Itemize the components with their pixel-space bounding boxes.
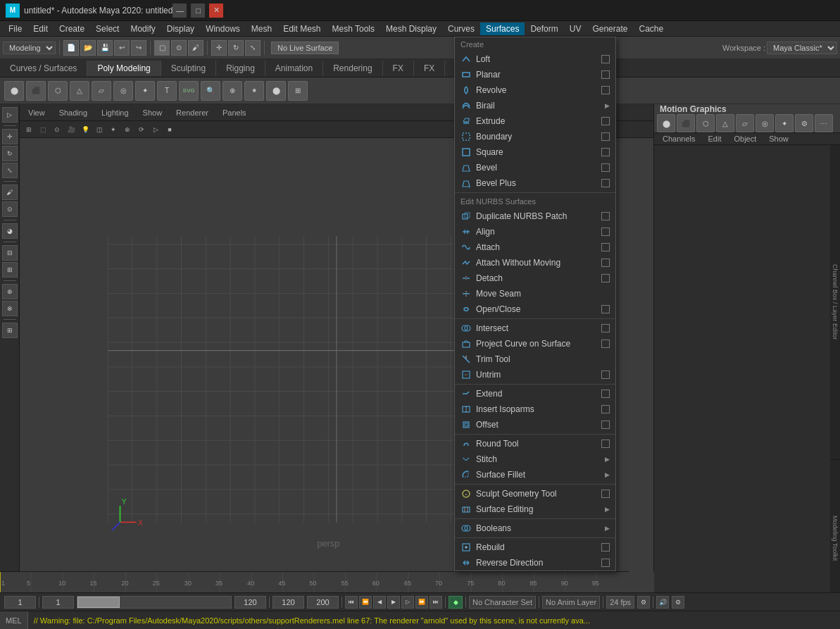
shelf-torus[interactable]: ◎ [113,81,133,101]
shelf-cylinder[interactable]: ⬡ [48,81,68,101]
menu-item-intersect[interactable]: Intersect [455,320,615,336]
play-btn[interactable]: ▶ [387,596,400,609]
shelf-cone[interactable]: △ [70,81,89,101]
bevel-checkbox[interactable] [601,163,610,172]
shelf-text[interactable]: T [157,81,177,101]
vp-menu-view[interactable]: View [24,107,49,118]
redo-btn[interactable]: ↪ [131,40,146,56]
attach-nomove-checkbox[interactable] [601,259,610,267]
menu-mesh[interactable]: Mesh [246,23,277,35]
menu-item-bevel[interactable]: Bevel [455,160,615,175]
axis-btn[interactable]: ⊞ [2,323,18,338]
menu-surfaces[interactable]: Surfaces [480,23,525,35]
ri-cone[interactable]: △ [716,114,734,132]
vp-icon-5[interactable]: 💡 [79,123,92,136]
transform-btn[interactable]: ✛ [211,40,227,56]
lasso-tool-btn[interactable]: ⊙ [171,40,187,56]
reverse-dir-checkbox[interactable] [601,559,610,567]
vp-menu-renderer[interactable]: Renderer [172,107,213,118]
vp-menu-shading[interactable]: Shading [55,107,92,118]
ri-cube[interactable]: ⬛ [677,114,695,132]
menu-cache[interactable]: Cache [633,23,669,35]
tab-fx2[interactable]: FX [414,61,445,76]
workspace-mode-select[interactable]: Modeling [3,42,56,54]
menu-item-attach[interactable]: Attach [455,239,615,255]
ri-special[interactable]: ✦ [775,114,794,132]
menu-item-dup-nurbs[interactable]: Duplicate NURBS Patch [455,208,615,224]
edit-menu[interactable]: Edit [703,133,725,144]
move-tool-btn[interactable]: ✛ [2,129,18,144]
fps-settings-btn[interactable]: ⚙ [637,596,650,609]
object-menu[interactable]: Object [729,133,760,144]
menu-item-surface-fillet[interactable]: Surface Fillet ▶ [455,467,615,482]
menu-deform[interactable]: Deform [525,23,563,35]
square-checkbox[interactable] [601,148,610,156]
menu-item-rebuild[interactable]: Rebuild [455,540,615,555]
vp-menu-show[interactable]: Show [139,107,167,118]
menu-item-round-tool[interactable]: Round Tool [455,436,615,451]
boundary-checkbox[interactable] [601,132,610,141]
range-end-input[interactable] [234,596,266,609]
menu-file[interactable]: File [3,23,27,35]
close-button[interactable]: ✕ [209,4,223,18]
tab-curves-surfaces[interactable]: Curves / Surfaces [0,61,87,76]
range-thumb[interactable] [77,597,120,608]
key-btn[interactable]: ◆ [449,596,463,609]
shelf-special[interactable]: ✦ [135,81,155,101]
paint-tool-btn[interactable]: 🖌 [2,185,18,200]
shelf-scatter[interactable]: ⁕ [244,81,264,101]
anim-start-input[interactable] [307,596,339,609]
align-checkbox[interactable] [601,228,610,236]
menu-item-align[interactable]: Align [455,224,615,239]
show-hide-btn[interactable]: ⊟ [2,245,18,261]
tab-rigging[interactable]: Rigging [216,61,265,76]
menu-item-surface-editing[interactable]: Surface Editing ▶ [455,502,615,517]
menu-item-loft[interactable]: Loft [455,51,615,67]
menu-edit-mesh[interactable]: Edit Mesh [277,23,326,35]
bevel-plus-checkbox[interactable] [601,179,610,187]
open-scene-btn[interactable]: 📂 [80,40,96,56]
select-tool-btn[interactable]: ▢ [154,40,170,56]
round-tool-checkbox[interactable] [601,440,610,448]
shelf-cube[interactable]: ⬛ [26,81,46,101]
menu-generate[interactable]: Generate [587,23,633,35]
menu-item-offset[interactable]: Offset [455,417,615,432]
menu-item-square[interactable]: Square [455,144,615,160]
offset-checkbox[interactable] [601,421,610,429]
snap-curve-btn[interactable]: ⊗ [2,301,18,316]
menu-item-birail[interactable]: Birail ▶ [455,98,615,113]
range-start-input[interactable] [42,596,74,609]
menu-item-trim-tool[interactable]: Trim Tool [455,351,615,367]
shelf-sphere[interactable]: ⬤ [4,81,24,101]
planar-checkbox[interactable] [601,70,610,79]
undo-btn[interactable]: ↩ [114,40,130,56]
go-to-end-btn[interactable]: ⏭ [430,596,442,609]
menu-item-booleans[interactable]: Booleans ▶ [455,521,615,536]
vp-menu-lighting[interactable]: Lighting [97,107,133,118]
menu-item-move-seam[interactable]: Move Seam [455,286,615,301]
minimize-button[interactable]: — [173,4,187,18]
shelf-zoom[interactable]: 🔍 [201,81,220,101]
menu-item-open-close[interactable]: Open/Close [455,301,615,317]
vp-icon-8[interactable]: ⊕ [121,123,134,136]
prev-frame-btn[interactable]: ◀ [373,596,386,609]
menu-item-sculpt-geo[interactable]: Sculpt Geometry Tool [455,486,615,502]
insert-isoparms-checkbox[interactable] [601,405,610,413]
vp-icon-2[interactable]: ⬚ [37,123,49,136]
menu-item-extend[interactable]: Extend [455,386,615,401]
range-slider[interactable] [77,596,232,609]
dup-nurbs-checkbox[interactable] [601,212,610,220]
tab-animation[interactable]: Animation [265,61,323,76]
menu-curves[interactable]: Curves [442,23,480,35]
menu-select[interactable]: Select [90,23,125,35]
timeline-ruler[interactable]: 1 5 10 15 20 25 30 35 40 45 50 55 60 [0,572,629,592]
menu-modify[interactable]: Modify [125,23,161,35]
vp-icon-3[interactable]: ⊙ [51,123,63,136]
untrim-checkbox[interactable] [601,370,610,379]
menu-mesh-tools[interactable]: Mesh Tools [327,23,380,35]
ri-cylinder[interactable]: ⬡ [696,114,715,132]
vp-icon-1[interactable]: ⊞ [23,123,35,136]
shelf-plane[interactable]: ▱ [92,81,111,101]
menu-item-detach[interactable]: Detach [455,270,615,286]
vp-icon-6[interactable]: ◫ [93,123,106,136]
